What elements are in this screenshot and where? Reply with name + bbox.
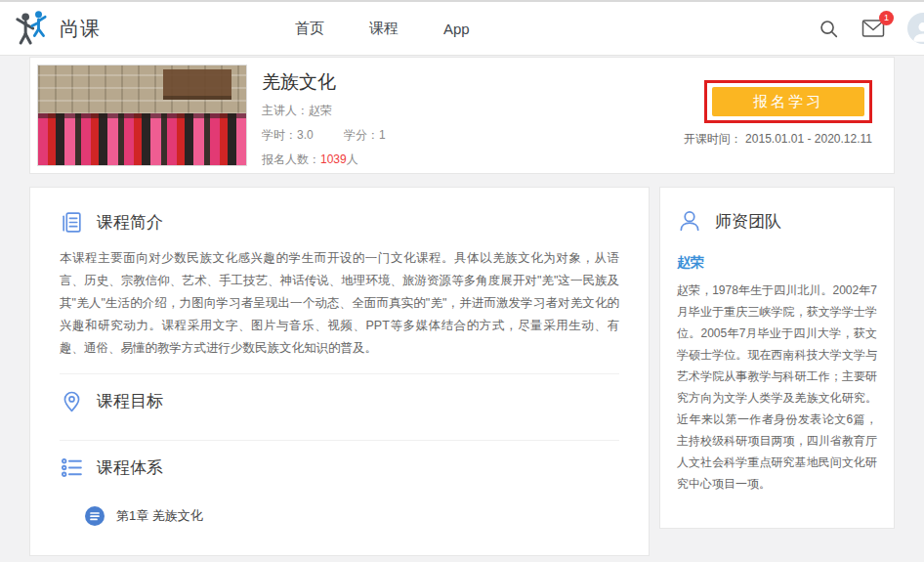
enroll-count-unit: 人 [347, 152, 358, 166]
enroll-count-value: 1039 [320, 152, 347, 166]
header-actions: 1 [819, 2, 924, 55]
teacher-name-link[interactable]: 赵荣 [677, 254, 877, 272]
chapter-icon [85, 506, 105, 526]
teaching-team-title: 师资团队 [715, 210, 781, 233]
course-lecturer: 主讲人：赵荣 [262, 103, 631, 119]
teaching-team-heading: 师资团队 [677, 195, 877, 246]
enroll-count-label: 报名人数： [262, 152, 320, 166]
course-credits: 学分：1 [344, 128, 386, 142]
course-schedule: 开课时间： 2015.01.01 - 2020.12.11 [684, 131, 872, 148]
person-icon [677, 208, 702, 234]
section-divider [60, 440, 619, 441]
section-intro-title: 课程简介 [97, 211, 163, 234]
logo-icon [12, 9, 51, 48]
schedule-value: 2015.01.01 - 2020.12.11 [745, 132, 872, 146]
brand-logo[interactable]: 尚课 [12, 9, 101, 48]
nav-item-courses[interactable]: 课程 [369, 20, 399, 38]
nav-item-app[interactable]: App [443, 21, 470, 37]
teaching-team-card: 师资团队 赵荣 赵荣，1978年生于四川北川。2002年7月毕业于重庆三峡学院，… [659, 187, 895, 529]
course-hero-card: 羌族文化 主讲人：赵荣 学时：3.0 学分：1 报名人数：1039人 报名学习 … [29, 57, 895, 174]
teacher-bio: 赵荣，1978年生于四川北川。2002年7月毕业于重庆三峡学院，获文学学士学位。… [677, 280, 877, 495]
schedule-label: 开课时间： [684, 132, 742, 146]
user-avatar[interactable] [907, 13, 924, 44]
chapter-item[interactable]: 第1章 羌族文化 [85, 506, 619, 526]
course-intro-text: 本课程主要面向对少数民族文化感兴趣的学生而开设的一门文化课程。具体以羌族文化为对… [60, 247, 619, 360]
document-icon [60, 210, 84, 235]
section-intro-heading: 课程简介 [60, 197, 619, 247]
course-info: 羌族文化 主讲人：赵荣 学时：3.0 学分：1 报名人数：1039人 [262, 65, 631, 166]
location-pin-icon [60, 389, 84, 413]
top-navigation-bar: 尚课 首页 课程 App 1 [0, 0, 924, 56]
content-row: 课程简介 本课程主要面向对少数民族文化感兴趣的学生而开设的一门文化课程。具体以羌… [29, 187, 895, 556]
section-system-title: 课程体系 [97, 456, 163, 479]
brand-name: 尚课 [60, 16, 101, 42]
section-system-heading: 课程体系 [60, 443, 619, 493]
enroll-button[interactable]: 报名学习 [712, 87, 864, 116]
course-enrollment: 报名人数：1039人 [262, 151, 631, 168]
section-goals-title: 课程目标 [97, 390, 163, 412]
search-icon[interactable] [819, 19, 839, 39]
course-hours-credits: 学时：3.0 学分：1 [262, 127, 631, 144]
chapter-label: 第1章 羌族文化 [116, 507, 203, 525]
messages-badge: 1 [879, 11, 894, 25]
course-hours: 学时：3.0 [262, 128, 314, 142]
course-cover-image [37, 65, 247, 166]
main-nav: 首页 课程 App [295, 2, 470, 55]
list-icon [60, 455, 84, 480]
red-highlight-annotation: 报名学习 [704, 80, 872, 123]
course-title: 羌族文化 [262, 69, 631, 95]
section-divider [60, 373, 619, 374]
messages-icon[interactable]: 1 [861, 19, 885, 38]
nav-item-home[interactable]: 首页 [295, 20, 324, 38]
course-detail-card: 课程简介 本课程主要面向对少数民族文化感兴趣的学生而开设的一门文化课程。具体以羌… [29, 187, 650, 556]
section-goals-heading: 课程目标 [60, 376, 619, 426]
hero-right-panel: 报名学习 开课时间： 2015.01.01 - 2020.12.11 [631, 65, 887, 166]
